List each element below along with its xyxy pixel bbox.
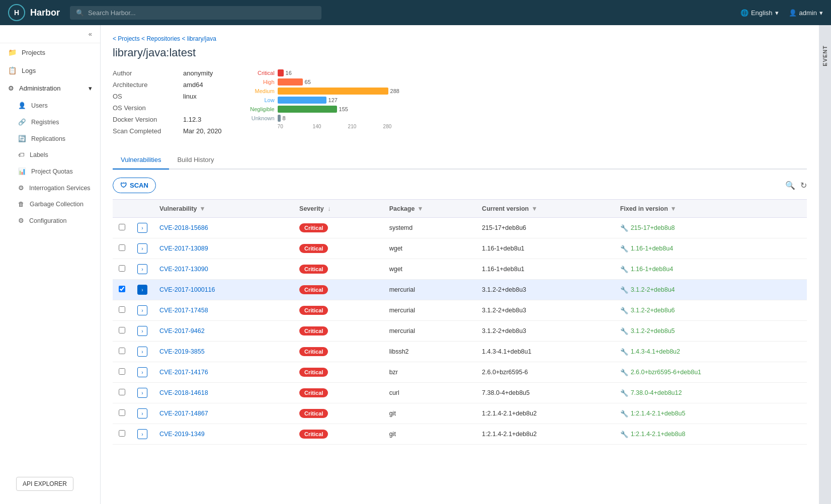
toolbar-actions: 🔍 ↻ <box>785 181 807 190</box>
row-checkbox-cell <box>113 238 131 259</box>
wrench-icon: 🔧 <box>620 286 628 294</box>
cve-link[interactable]: CVE-2017-13090 <box>159 266 208 273</box>
cve-link[interactable]: CVE-2018-14618 <box>159 389 208 396</box>
row-current-version-cell: 7.38.0-4+deb8u5 <box>476 383 614 403</box>
row-expand-button[interactable]: › <box>137 408 147 418</box>
cve-link[interactable]: CVE-2017-17458 <box>159 307 208 314</box>
scan-button[interactable]: 🛡 SCAN <box>113 178 156 193</box>
row-expand-button[interactable]: › <box>137 243 147 254</box>
wrench-icon: 🔧 <box>620 369 628 376</box>
row-current-version-cell: 3.1.2-2+deb8u3 <box>476 280 614 300</box>
severity-badge: Critical <box>299 368 328 377</box>
row-checkbox[interactable] <box>119 368 125 375</box>
row-expand-button[interactable]: › <box>137 347 147 357</box>
row-checkbox[interactable] <box>119 430 125 437</box>
table-toolbar: 🛡 SCAN 🔍 ↻ <box>113 178 807 193</box>
row-package-cell: curl <box>383 383 476 403</box>
cve-link[interactable]: CVE-2017-1000116 <box>159 286 215 293</box>
logo-icon: H <box>8 4 25 21</box>
row-checkbox[interactable] <box>119 409 125 416</box>
sidebar-administration-header[interactable]: ⚙ Administration ▾ <box>0 79 100 97</box>
chart-bar-value: 127 <box>328 97 338 103</box>
row-current-version-cell: 1.4.3-4.1+deb8u1 <box>476 342 614 362</box>
row-current-version-cell: 3.1.2-2+deb8u3 <box>476 321 614 342</box>
cve-link[interactable]: CVE-2017-14867 <box>159 410 208 417</box>
cve-link[interactable]: CVE-2019-1349 <box>159 431 205 438</box>
row-checkbox[interactable] <box>119 389 125 395</box>
cve-link[interactable]: CVE-2017-9462 <box>159 327 205 334</box>
row-expand-cell: › <box>131 403 153 424</box>
user-name: admin <box>799 9 817 17</box>
row-checkbox[interactable] <box>119 306 125 313</box>
th-fixed-version[interactable]: Fixed in version ▾ <box>614 200 807 218</box>
sidebar-item-configuration[interactable]: ⚙ Configuration <box>0 212 100 229</box>
row-checkbox[interactable] <box>119 244 125 251</box>
search-icon[interactable]: 🔍 <box>785 181 795 190</box>
sidebar-item-interrogation-services[interactable]: ⚙ Interrogation Services <box>0 180 100 196</box>
row-checkbox[interactable] <box>119 327 125 333</box>
meta-arch-label: Architecture <box>113 81 183 89</box>
wrench-icon: 🔧 <box>620 410 628 417</box>
sidebar-item-registries[interactable]: 🔗 Registries <box>0 114 100 130</box>
sidebar-sub-label: Configuration <box>29 217 66 224</box>
cve-link[interactable]: CVE-2019-3855 <box>159 348 205 355</box>
severity-badge: Critical <box>299 306 328 315</box>
row-checkbox[interactable] <box>119 348 125 354</box>
row-fixed-version-cell: 🔧 1.16-1+deb8u4 <box>614 259 807 280</box>
user-menu[interactable]: 👤 admin ▾ <box>789 9 823 17</box>
search-bar[interactable]: 🔍 Search Harbor... <box>70 6 321 20</box>
tab-vulnerabilities[interactable]: Vulnerabilities <box>113 151 169 170</box>
th-expand <box>131 200 153 218</box>
breadcrumb-library-java[interactable]: < library/java <box>182 35 216 42</box>
tab-build-history[interactable]: Build History <box>169 151 222 170</box>
sidebar-item-label: Logs <box>22 67 36 74</box>
row-checkbox[interactable] <box>119 286 125 292</box>
row-checkbox[interactable] <box>119 265 125 272</box>
row-expand-button[interactable]: › <box>137 223 147 233</box>
chart-bar-wrap: 65 <box>278 78 419 86</box>
sidebar-collapse-button[interactable]: « <box>0 25 100 43</box>
row-fixed-version-cell: 🔧 7.38.0-4+deb8u12 <box>614 383 807 403</box>
sidebar-item-projects[interactable]: 📁 Projects <box>0 43 100 61</box>
th-current-version[interactable]: Current version ▾ <box>476 200 614 218</box>
meta-author-label: Author <box>113 69 183 77</box>
row-expand-button[interactable]: › <box>137 264 147 274</box>
chart-bar-value: 8 <box>283 115 286 121</box>
language-selector[interactable]: 🌐 English ▾ <box>740 9 779 17</box>
sidebar-item-labels[interactable]: 🏷 Labels <box>0 147 100 163</box>
row-current-version-cell: 215-17+deb8u6 <box>476 218 614 238</box>
breadcrumb-projects[interactable]: < Projects <box>113 35 140 42</box>
th-vulnerability[interactable]: Vulnerability ▾ <box>153 200 293 218</box>
chevron-down-icon: ▾ <box>819 9 823 17</box>
th-package[interactable]: Package ▾ <box>383 200 476 218</box>
app-logo[interactable]: H Harbor <box>8 4 60 21</box>
api-explorer-button[interactable]: API EXPLORER <box>16 477 73 491</box>
row-expand-cell: › <box>131 321 153 342</box>
cve-link[interactable]: CVE-2017-14176 <box>159 369 208 376</box>
refresh-icon[interactable]: ↻ <box>800 181 807 190</box>
sidebar-item-logs[interactable]: 📋 Logs <box>0 61 100 79</box>
row-fixed-version-cell: 🔧 215-17+deb8u8 <box>614 218 807 238</box>
row-severity-cell: Critical <box>293 424 383 445</box>
row-expand-button[interactable]: › <box>137 305 147 315</box>
row-checkbox-cell <box>113 259 131 280</box>
row-expand-button[interactable]: › <box>137 367 147 377</box>
row-checkbox[interactable] <box>119 224 125 230</box>
sidebar-sub-label: Garbage Collection <box>30 201 84 208</box>
row-expand-button[interactable]: › <box>137 388 147 398</box>
row-expand-button[interactable]: › <box>137 429 147 439</box>
sidebar-item-garbage-collection[interactable]: 🗑 Garbage Collection <box>0 196 100 212</box>
wrench-icon: 🔧 <box>620 431 628 438</box>
app-name: Harbor <box>30 8 60 18</box>
sidebar-item-users[interactable]: 👤 Users <box>0 97 100 114</box>
th-severity[interactable]: Severity ↓ <box>293 200 383 218</box>
cve-link[interactable]: CVE-2018-15686 <box>159 224 208 231</box>
row-expand-button[interactable]: › <box>137 285 147 295</box>
severity-badge: Critical <box>299 265 328 274</box>
row-expand-button[interactable]: › <box>137 326 147 336</box>
config-icon: ⚙ <box>18 217 24 224</box>
breadcrumb-repositories[interactable]: < Repositories <box>141 35 180 42</box>
sidebar-item-replications[interactable]: 🔄 Replications <box>0 130 100 147</box>
sidebar-item-project-quotas[interactable]: 📊 Project Quotas <box>0 163 100 180</box>
cve-link[interactable]: CVE-2017-13089 <box>159 245 208 252</box>
